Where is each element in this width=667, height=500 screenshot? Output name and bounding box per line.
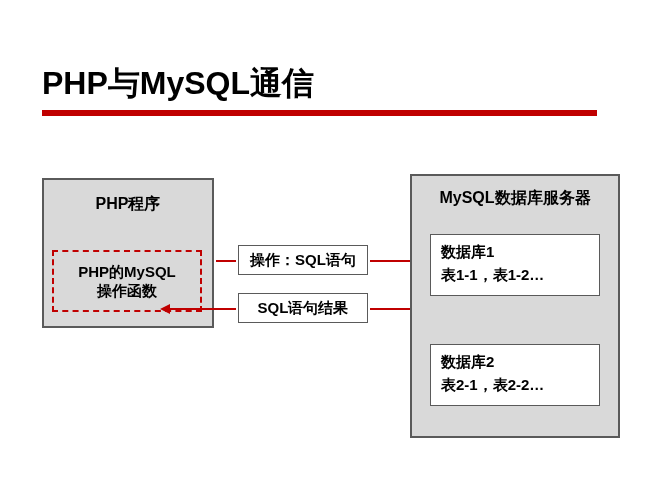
php-program-title: PHP程序 [44,194,212,215]
operation-sql-label: 操作：SQL语句 [238,245,368,275]
arrow-segment [370,260,415,262]
mysql-server-box: MySQL数据库服务器 数据库1 表1-1，表1-2… 数据库2 表2-1，表2… [410,174,620,438]
db2-tables: 表2-1，表2-2… [441,374,589,397]
database-2-box: 数据库2 表2-1，表2-2… [430,344,600,406]
inner-line-1: PHP的MySQL [78,262,176,282]
db2-name: 数据库2 [441,351,589,374]
db1-name: 数据库1 [441,241,589,264]
database-1-box: 数据库1 表1-1，表1-2… [430,234,600,296]
arrow-head-icon [160,304,170,314]
slide-title: PHP与MySQL通信 [42,62,314,106]
php-program-box: PHP程序 PHP的MySQL 操作函数 [42,178,214,328]
arrow-segment [216,260,236,262]
title-underline [42,110,597,116]
mysql-server-title: MySQL数据库服务器 [412,188,618,209]
php-mysql-functions-box: PHP的MySQL 操作函数 [52,250,202,312]
sql-result-label: SQL语句结果 [238,293,368,323]
arrow-segment [170,308,236,310]
inner-line-2: 操作函数 [97,281,157,301]
db1-tables: 表1-1，表1-2… [441,264,589,287]
